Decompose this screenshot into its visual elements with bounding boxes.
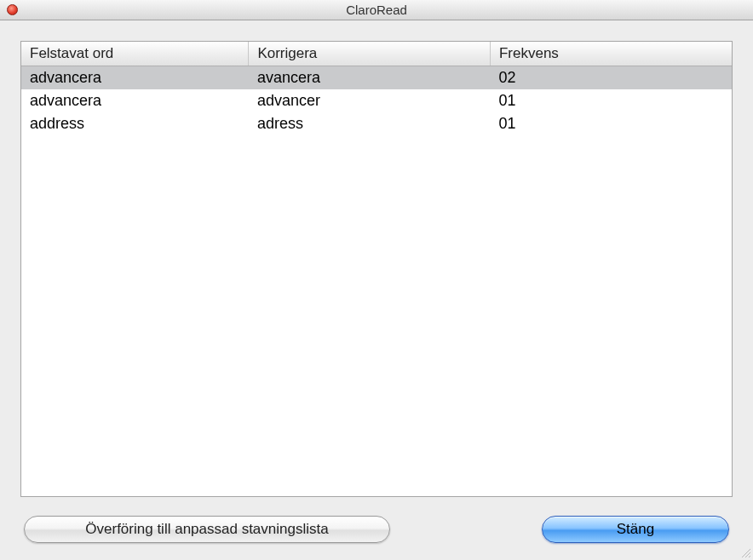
table-header-row: Felstavat ord Korrigera Frekvens [21,42,732,66]
cell-correct: avancera [249,66,491,90]
cell-misspelled: advancera [21,66,249,90]
cell-frequency: 02 [490,66,732,90]
close-icon[interactable] [7,4,18,15]
cell-misspelled: address [21,112,249,135]
transfer-button[interactable]: Överföring till anpassad stavningslista [24,516,390,543]
cell-correct: advancer [249,89,491,112]
window-content: Felstavat ord Korrigera Frekvens advance… [0,20,753,560]
cell-misspelled: advancera [21,89,249,112]
table-row[interactable]: advanceraavancera02 [21,66,732,90]
window-title: ClaroRead [346,3,407,17]
spelling-table: Felstavat ord Korrigera Frekvens advance… [21,42,732,135]
col-header-correct[interactable]: Korrigera [249,42,491,66]
cell-frequency: 01 [490,89,732,112]
table-row[interactable]: addressadress01 [21,112,732,135]
col-header-misspelled[interactable]: Felstavat ord [21,42,249,66]
titlebar: ClaroRead [0,0,753,20]
table-row[interactable]: advanceraadvancer01 [21,89,732,112]
close-button[interactable]: Stäng [542,516,729,543]
col-header-frequency[interactable]: Frekvens [490,42,732,66]
button-row: Överföring till anpassad stavningslista … [20,516,733,543]
svg-line-2 [749,556,750,557]
spelling-table-container: Felstavat ord Korrigera Frekvens advance… [20,41,733,497]
cell-correct: adress [249,112,491,135]
resize-grip-icon[interactable] [739,546,751,558]
cell-frequency: 01 [490,112,732,135]
